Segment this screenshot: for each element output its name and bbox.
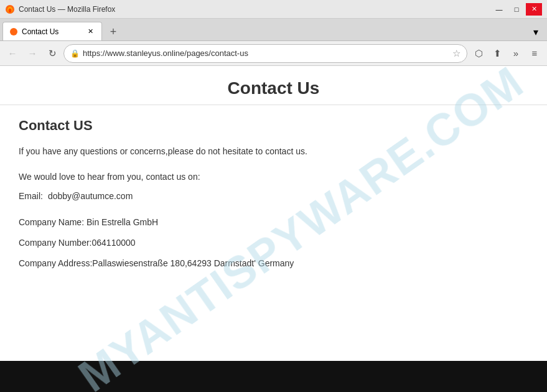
company-name: Company Name: Bin Estrella GmbH	[19, 216, 517, 229]
tab-favicon	[9, 27, 18, 36]
email-value: dobby@autumce.com	[48, 191, 133, 201]
address-bar[interactable]: 🔒 ☆	[63, 44, 467, 63]
svg-point-2	[9, 8, 12, 12]
new-tab-button[interactable]: +	[105, 23, 122, 40]
toolbar: ← → ↻ 🔒 ☆ ⬡ ⬆ » ≡	[0, 41, 547, 66]
back-button[interactable]: ←	[4, 45, 21, 62]
email-label: Email:	[19, 191, 43, 201]
company-number: Company Number:064110000	[19, 236, 517, 250]
tab-close-button[interactable]: ✕	[85, 27, 95, 37]
url-input[interactable]	[83, 49, 449, 58]
close-button[interactable]: ✕	[526, 3, 542, 16]
page-body: Contact US If you have any questions or …	[0, 118, 535, 296]
menu-button[interactable]: ≡	[526, 45, 543, 62]
refresh-button[interactable]: ↻	[44, 45, 61, 62]
titlebar-title: Contact Us — Mozilla Firefox	[19, 5, 115, 14]
svg-point-3	[10, 28, 17, 35]
intro-text: If you have any questions or concerns,pl…	[19, 145, 517, 158]
active-tab[interactable]: Contact Us ✕	[2, 22, 102, 40]
share-button[interactable]: ⬆	[489, 45, 506, 62]
chevron-down-icon: ▾	[533, 26, 538, 38]
contact-us-title: Contact US	[19, 118, 517, 134]
firefox-icon	[5, 4, 15, 14]
bottom-bar	[0, 361, 547, 392]
page-heading: Contact Us	[0, 66, 547, 105]
hear-from-you-text: We would love to hear from you, contact …	[19, 170, 517, 184]
lock-icon: 🔒	[70, 49, 80, 58]
page-content: Contact Us MYANTISPYWARE.COM Contact US …	[0, 66, 547, 392]
share-icon: ⬆	[493, 48, 502, 59]
email-row: Email: dobby@autumce.com	[19, 191, 517, 201]
maximize-button[interactable]: □	[508, 3, 525, 16]
toolbar-right-buttons: ⬡ ⬆ » ≡	[470, 45, 543, 62]
pocket-button[interactable]: ⬡	[470, 45, 487, 62]
tabbar: Contact Us ✕ + ▾	[0, 19, 547, 41]
titlebar-left: Contact Us — Mozilla Firefox	[5, 4, 115, 14]
tab-label: Contact Us	[22, 27, 82, 36]
pocket-icon: ⬡	[475, 48, 483, 59]
forward-button[interactable]: →	[24, 45, 41, 62]
bookmark-star-icon[interactable]: ☆	[452, 48, 461, 59]
minimize-button[interactable]: —	[491, 3, 507, 16]
titlebar-controls: — □ ✕	[491, 3, 542, 16]
company-info: Company Name: Bin Estrella GmbH Company …	[19, 216, 517, 270]
titlebar: Contact Us — Mozilla Firefox — □ ✕	[0, 0, 547, 19]
extensions-button[interactable]: »	[507, 45, 525, 62]
tab-list-button[interactable]: ▾	[527, 23, 545, 40]
company-address: Company Address:Pallaswiesenstraße 180,6…	[19, 257, 517, 270]
